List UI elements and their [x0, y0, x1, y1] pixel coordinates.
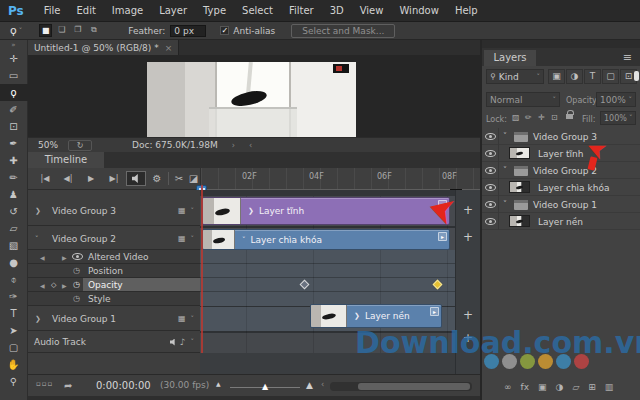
track-header-video-group-2[interactable]: ˅ Video Group 2 ▦˅	[28, 228, 200, 250]
music-note-icon[interactable]: ♪	[180, 337, 186, 347]
menu-window[interactable]: Window	[391, 0, 446, 22]
type-layer-filter-icon[interactable]: T	[584, 69, 601, 84]
select-and-mask-button[interactable]: Select and Mask...	[291, 24, 395, 38]
clone-stamp-tool[interactable]: ♟	[0, 186, 28, 203]
brush-tool[interactable]: ✏	[0, 169, 28, 186]
eraser-tool[interactable]: ▱	[0, 220, 28, 237]
menu-layer[interactable]: Layer	[151, 0, 195, 22]
zoom-tool[interactable]: ⚲	[0, 373, 28, 390]
lasso-tool-preview-icon[interactable]: ϙ	[10, 24, 17, 37]
track-header-video-group-1[interactable]: ❯ Video Group 1 ▦˅	[28, 306, 200, 331]
menu-file[interactable]: File	[36, 0, 69, 22]
delete-layer-icon[interactable]: ▥	[605, 382, 614, 392]
layer-row-layer-tinh[interactable]: Layer tĩnh	[482, 145, 640, 162]
path-selection-tool[interactable]: ➤	[0, 322, 28, 339]
dodge-tool[interactable]: ⌽	[0, 271, 28, 288]
menu-edit[interactable]: Edit	[68, 0, 103, 22]
link-layers-icon[interactable]: ∞	[504, 382, 512, 392]
timeline-hscrollbar-thumb[interactable]	[358, 383, 470, 390]
move-tool[interactable]: ✛	[0, 50, 28, 67]
lock-position-icon[interactable]: ✛	[538, 113, 545, 122]
layer-row-layer-chia-khoa[interactable]: Layer chìa khóa	[482, 179, 640, 196]
visibility-eye-icon[interactable]	[485, 150, 496, 157]
clip-caret-icon[interactable]: ❯	[354, 312, 360, 320]
split-clip-scissors-icon[interactable]: ✂	[172, 171, 186, 186]
zoom-level-field[interactable]: 50%	[38, 140, 58, 150]
blur-tool[interactable]: ●	[0, 254, 28, 271]
lock-artboard-icon[interactable]: ⊡	[551, 113, 558, 122]
group-caret-icon[interactable]: ˅	[503, 132, 507, 141]
property-row-opacity[interactable]: ◀ ◇ ▶ ◷ Opacity	[28, 278, 200, 292]
track-menu-caret-icon[interactable]: ˅	[191, 207, 195, 215]
marquee-tool[interactable]: ▭	[0, 67, 28, 84]
group-caret-icon[interactable]: ˅	[503, 200, 507, 209]
timeline-settings-gear-icon[interactable]: ⚙	[150, 171, 164, 186]
stopwatch-icon[interactable]: ◷	[73, 280, 80, 289]
lock-transparency-icon[interactable]: ▨	[512, 113, 520, 122]
clip-caret-icon[interactable]: ❯	[248, 207, 254, 215]
clip-layer-chia-khoa[interactable]: ˅ Layer chìa khóa ▸	[202, 229, 450, 250]
tab-layers[interactable]: Layers	[484, 50, 536, 66]
gradient-tool[interactable]: ▧	[0, 237, 28, 254]
zoom-slider-thumb[interactable]: ▲	[262, 382, 268, 391]
audio-menu-caret-icon[interactable]: ˅	[191, 338, 195, 346]
quick-selection-tool[interactable]: ✐	[0, 101, 28, 118]
export-arrow-icon[interactable]: ➦	[64, 380, 72, 391]
step-forward-button[interactable]: ▶|	[103, 171, 125, 186]
altered-video-eye-icon[interactable]	[72, 253, 83, 260]
new-layer-icon[interactable]: ⊞	[588, 382, 596, 392]
opacity-dropdown[interactable]: 100% ˅	[596, 92, 636, 107]
new-selection-button[interactable]: ■	[39, 24, 52, 37]
track-menu-caret-icon[interactable]: ˅	[191, 235, 195, 243]
step-back-button[interactable]: ◀|	[57, 171, 79, 186]
transition-icon[interactable]: ◪	[187, 171, 200, 186]
panel-menu-icon[interactable]: ≡	[623, 51, 632, 64]
layer-row-layer-nen[interactable]: Layer nền	[482, 213, 640, 230]
stopwatch-icon[interactable]: ◷	[73, 294, 80, 303]
subtract-selection-button[interactable]: ❐	[71, 24, 84, 37]
visibility-eye-icon[interactable]	[485, 218, 496, 225]
visibility-eye-icon[interactable]	[485, 184, 496, 191]
layer-thumbnail[interactable]	[509, 181, 530, 193]
zoom-out-timeline-icon[interactable]: ▲	[216, 380, 221, 387]
layer-row-video-group-2[interactable]: ˅ Video Group 2	[482, 162, 640, 179]
add-media-button[interactable]: +	[463, 230, 473, 244]
menu-filter[interactable]: Filter	[281, 0, 322, 22]
add-selection-button[interactable]: ❏	[55, 24, 68, 37]
pixel-layer-filter-icon[interactable]: ▣	[548, 69, 565, 84]
menu-select[interactable]: Select	[234, 0, 281, 22]
crop-tool[interactable]: ⊡	[0, 118, 28, 135]
next-keyframe-icon[interactable]: ▶	[62, 254, 67, 261]
layer-thumbnail[interactable]	[509, 147, 530, 159]
menu-image[interactable]: Image	[104, 0, 151, 22]
menu-type[interactable]: Type	[195, 0, 234, 22]
healing-brush-tool[interactable]: ✚	[0, 152, 28, 169]
expand-caret-icon[interactable]: ˅	[35, 235, 39, 243]
layer-mask-icon[interactable]: ▣	[538, 382, 547, 392]
shape-tool[interactable]: ▢	[0, 339, 28, 356]
visibility-eye-icon[interactable]	[485, 133, 496, 140]
mute-audio-button[interactable]	[126, 171, 146, 186]
prev-keyframe-icon[interactable]: ◀	[40, 282, 45, 289]
layer-row-video-group-3[interactable]: ˅ Video Group 3	[482, 128, 640, 145]
history-brush-tool[interactable]: ↺	[0, 203, 28, 220]
menu-view[interactable]: View	[352, 0, 392, 22]
lock-all-icon[interactable]	[566, 114, 573, 119]
filter-toggle-pin[interactable]	[634, 71, 639, 81]
track-menu-caret-icon[interactable]: ˅	[191, 315, 195, 323]
visibility-eye-icon[interactable]	[485, 201, 496, 208]
new-group-icon[interactable]: ▱	[572, 382, 579, 392]
intersect-selection-button[interactable]: ⧉	[87, 24, 100, 37]
audio-speaker-icon[interactable]	[170, 339, 177, 346]
hand-tool[interactable]: ✋	[0, 356, 28, 373]
shape-layer-filter-icon[interactable]: ▢	[602, 69, 619, 84]
antialias-checkbox[interactable]: ✓	[220, 26, 229, 35]
close-document-icon[interactable]: ×	[165, 43, 173, 53]
collapse-caret-icon[interactable]: ❯	[35, 315, 41, 323]
track-header-video-group-3[interactable]: ❯ Video Group 3 ▦˅	[28, 196, 200, 226]
stopwatch-icon[interactable]: ◷	[73, 266, 80, 275]
layer-effects-icon[interactable]: fx	[521, 382, 530, 392]
adjustment-layer-icon[interactable]: ◑	[556, 382, 564, 392]
collapse-tools-icon[interactable]: »	[11, 40, 15, 50]
status-sync-icon[interactable]: ↻	[68, 140, 92, 151]
